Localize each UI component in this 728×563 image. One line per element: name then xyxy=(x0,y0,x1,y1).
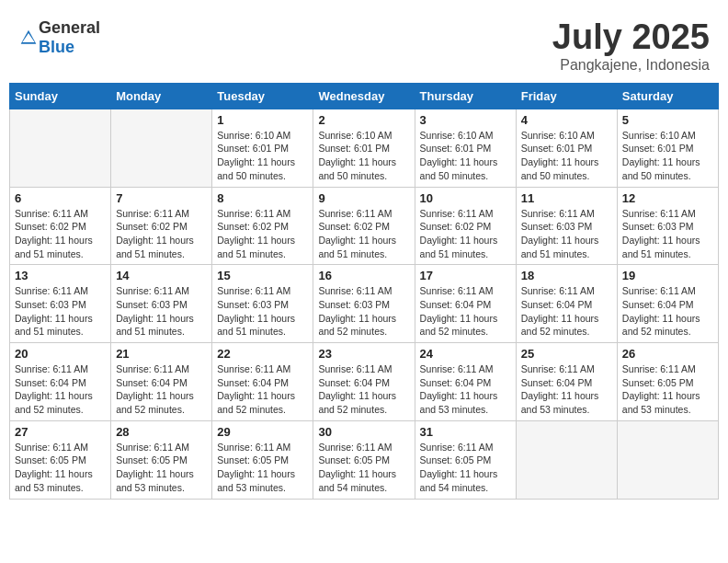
calendar-week-2: 6Sunrise: 6:11 AM Sunset: 6:02 PM Daylig… xyxy=(10,187,719,265)
calendar-cell: 12Sunrise: 6:11 AM Sunset: 6:03 PM Dayli… xyxy=(617,187,718,265)
calendar-cell: 4Sunrise: 6:10 AM Sunset: 6:01 PM Daylig… xyxy=(516,109,617,187)
day-number: 1 xyxy=(217,113,308,127)
calendar-cell: 18Sunrise: 6:11 AM Sunset: 6:04 PM Dayli… xyxy=(516,265,617,343)
day-info: Sunrise: 6:11 AM Sunset: 6:03 PM Dayligh… xyxy=(15,284,106,339)
day-number: 30 xyxy=(318,425,409,439)
day-number: 18 xyxy=(521,269,612,282)
calendar-cell: 15Sunrise: 6:11 AM Sunset: 6:03 PM Dayli… xyxy=(212,265,313,343)
day-number: 2 xyxy=(318,113,409,127)
day-info: Sunrise: 6:11 AM Sunset: 6:02 PM Dayligh… xyxy=(318,207,409,261)
day-info: Sunrise: 6:11 AM Sunset: 6:05 PM Dayligh… xyxy=(15,441,106,495)
calendar-week-3: 13Sunrise: 6:11 AM Sunset: 6:03 PM Dayli… xyxy=(10,265,719,343)
day-number: 3 xyxy=(420,113,511,127)
calendar-cell: 24Sunrise: 6:11 AM Sunset: 6:04 PM Dayli… xyxy=(415,343,516,421)
calendar-cell: 21Sunrise: 6:11 AM Sunset: 6:04 PM Dayli… xyxy=(111,343,212,421)
header-tuesday: Tuesday xyxy=(212,83,313,109)
day-info: Sunrise: 6:11 AM Sunset: 6:03 PM Dayligh… xyxy=(217,284,308,339)
calendar-header-row: Sunday Monday Tuesday Wednesday Thursday… xyxy=(10,83,719,109)
day-info: Sunrise: 6:11 AM Sunset: 6:04 PM Dayligh… xyxy=(420,362,511,417)
day-info: Sunrise: 6:11 AM Sunset: 6:04 PM Dayligh… xyxy=(622,284,713,339)
day-info: Sunrise: 6:10 AM Sunset: 6:01 PM Dayligh… xyxy=(318,129,409,183)
day-info: Sunrise: 6:11 AM Sunset: 6:03 PM Dayligh… xyxy=(622,207,713,261)
calendar-cell xyxy=(516,420,617,499)
calendar-cell: 16Sunrise: 6:11 AM Sunset: 6:03 PM Dayli… xyxy=(313,265,415,343)
calendar: Sunday Monday Tuesday Wednesday Thursday… xyxy=(9,83,719,500)
day-info: Sunrise: 6:11 AM Sunset: 6:02 PM Dayligh… xyxy=(217,207,308,261)
calendar-cell xyxy=(111,109,212,187)
calendar-cell: 6Sunrise: 6:11 AM Sunset: 6:02 PM Daylig… xyxy=(10,187,111,265)
calendar-cell: 29Sunrise: 6:11 AM Sunset: 6:05 PM Dayli… xyxy=(212,420,313,499)
logo-icon xyxy=(19,29,38,47)
header-friday: Friday xyxy=(516,83,617,109)
day-info: Sunrise: 6:11 AM Sunset: 6:03 PM Dayligh… xyxy=(116,284,207,339)
header-saturday: Saturday xyxy=(617,83,718,109)
location: Pangkajene, Indonesia xyxy=(552,57,710,74)
svg-marker-1 xyxy=(22,33,34,42)
calendar-cell: 20Sunrise: 6:11 AM Sunset: 6:04 PM Dayli… xyxy=(10,343,111,421)
day-info: Sunrise: 6:11 AM Sunset: 6:05 PM Dayligh… xyxy=(116,441,207,495)
calendar-cell: 11Sunrise: 6:11 AM Sunset: 6:03 PM Dayli… xyxy=(516,187,617,265)
day-info: Sunrise: 6:11 AM Sunset: 6:05 PM Dayligh… xyxy=(622,362,713,417)
day-number: 24 xyxy=(420,347,511,361)
calendar-cell: 14Sunrise: 6:11 AM Sunset: 6:03 PM Dayli… xyxy=(111,265,212,343)
day-info: Sunrise: 6:11 AM Sunset: 6:05 PM Dayligh… xyxy=(420,441,511,495)
day-info: Sunrise: 6:11 AM Sunset: 6:02 PM Dayligh… xyxy=(116,207,207,261)
day-info: Sunrise: 6:11 AM Sunset: 6:03 PM Dayligh… xyxy=(318,284,409,339)
calendar-week-4: 20Sunrise: 6:11 AM Sunset: 6:04 PM Dayli… xyxy=(10,343,719,421)
calendar-cell xyxy=(617,420,718,499)
day-info: Sunrise: 6:11 AM Sunset: 6:04 PM Dayligh… xyxy=(521,362,612,417)
calendar-cell: 7Sunrise: 6:11 AM Sunset: 6:02 PM Daylig… xyxy=(111,187,212,265)
day-info: Sunrise: 6:11 AM Sunset: 6:04 PM Dayligh… xyxy=(116,362,207,417)
month-title: July 2025 xyxy=(552,18,710,57)
header-sunday: Sunday xyxy=(10,83,111,109)
logo-blue: Blue xyxy=(39,38,74,56)
header-wednesday: Wednesday xyxy=(313,83,415,109)
day-number: 31 xyxy=(420,425,511,439)
day-info: Sunrise: 6:10 AM Sunset: 6:01 PM Dayligh… xyxy=(420,129,511,183)
day-info: Sunrise: 6:11 AM Sunset: 6:04 PM Dayligh… xyxy=(521,284,612,339)
day-number: 20 xyxy=(15,347,106,361)
day-number: 16 xyxy=(318,269,409,282)
day-number: 17 xyxy=(420,269,511,282)
day-number: 28 xyxy=(116,425,207,439)
day-number: 25 xyxy=(521,347,612,361)
day-number: 26 xyxy=(622,347,713,361)
day-number: 15 xyxy=(217,269,308,282)
calendar-cell: 23Sunrise: 6:11 AM Sunset: 6:04 PM Dayli… xyxy=(313,343,415,421)
day-info: Sunrise: 6:11 AM Sunset: 6:04 PM Dayligh… xyxy=(217,362,308,417)
calendar-cell: 1Sunrise: 6:10 AM Sunset: 6:01 PM Daylig… xyxy=(212,109,313,187)
day-info: Sunrise: 6:10 AM Sunset: 6:01 PM Dayligh… xyxy=(217,129,308,183)
day-number: 9 xyxy=(318,191,409,205)
day-number: 29 xyxy=(217,425,308,439)
day-number: 7 xyxy=(116,191,207,205)
calendar-cell: 27Sunrise: 6:11 AM Sunset: 6:05 PM Dayli… xyxy=(10,420,111,499)
logo-general: General xyxy=(39,18,100,37)
calendar-cell: 25Sunrise: 6:11 AM Sunset: 6:04 PM Dayli… xyxy=(516,343,617,421)
day-number: 12 xyxy=(622,191,713,205)
calendar-cell: 8Sunrise: 6:11 AM Sunset: 6:02 PM Daylig… xyxy=(212,187,313,265)
calendar-cell: 31Sunrise: 6:11 AM Sunset: 6:05 PM Dayli… xyxy=(415,420,516,499)
day-info: Sunrise: 6:11 AM Sunset: 6:04 PM Dayligh… xyxy=(420,284,511,339)
calendar-cell: 13Sunrise: 6:11 AM Sunset: 6:03 PM Dayli… xyxy=(10,265,111,343)
day-number: 5 xyxy=(622,113,713,127)
day-number: 14 xyxy=(116,269,207,282)
day-info: Sunrise: 6:11 AM Sunset: 6:05 PM Dayligh… xyxy=(318,441,409,495)
day-info: Sunrise: 6:11 AM Sunset: 6:02 PM Dayligh… xyxy=(420,207,511,261)
day-info: Sunrise: 6:10 AM Sunset: 6:01 PM Dayligh… xyxy=(622,129,713,183)
calendar-cell: 17Sunrise: 6:11 AM Sunset: 6:04 PM Dayli… xyxy=(415,265,516,343)
logo: General Blue xyxy=(18,18,100,57)
day-info: Sunrise: 6:11 AM Sunset: 6:05 PM Dayligh… xyxy=(217,441,308,495)
calendar-week-1: 1Sunrise: 6:10 AM Sunset: 6:01 PM Daylig… xyxy=(10,109,719,187)
day-number: 8 xyxy=(217,191,308,205)
day-number: 19 xyxy=(622,269,713,282)
calendar-cell: 22Sunrise: 6:11 AM Sunset: 6:04 PM Dayli… xyxy=(212,343,313,421)
header-monday: Monday xyxy=(111,83,212,109)
day-number: 4 xyxy=(521,113,612,127)
header-thursday: Thursday xyxy=(415,83,516,109)
calendar-cell: 19Sunrise: 6:11 AM Sunset: 6:04 PM Dayli… xyxy=(617,265,718,343)
day-number: 27 xyxy=(15,425,106,439)
day-number: 22 xyxy=(217,347,308,361)
calendar-cell: 26Sunrise: 6:11 AM Sunset: 6:05 PM Dayli… xyxy=(617,343,718,421)
calendar-cell: 9Sunrise: 6:11 AM Sunset: 6:02 PM Daylig… xyxy=(313,187,415,265)
day-number: 13 xyxy=(15,269,106,282)
